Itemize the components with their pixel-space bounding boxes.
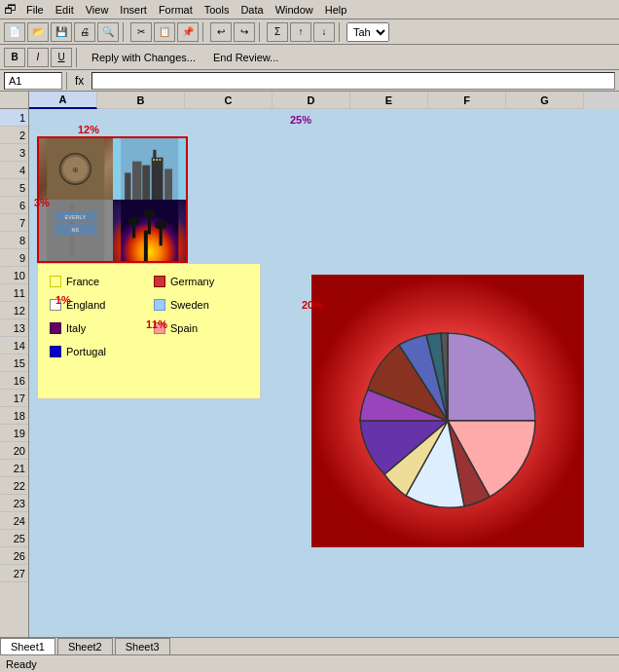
row-19[interactable]: 19	[0, 425, 28, 442]
row-23[interactable]: 23	[0, 495, 28, 512]
row-1[interactable]: 1	[0, 109, 28, 127]
svg-rect-10	[164, 169, 172, 201]
photo-bottom-right	[113, 200, 187, 261]
menu-help[interactable]: Help	[319, 2, 353, 18]
col-header-f[interactable]: F	[428, 92, 506, 109]
legend-germany: Germany	[154, 272, 248, 291]
underline-button[interactable]: U	[51, 48, 72, 67]
paste-button[interactable]: 📌	[177, 22, 199, 42]
row-17[interactable]: 17	[0, 390, 28, 407]
svg-rect-9	[151, 158, 163, 200]
end-review[interactable]: End Review...	[205, 52, 286, 63]
sep-3	[259, 22, 263, 42]
pct-20: 20%	[302, 299, 323, 311]
row-7[interactable]: 7	[0, 214, 28, 232]
menu-format[interactable]: Format	[153, 2, 199, 18]
row-16[interactable]: 16	[0, 372, 28, 390]
menu-file[interactable]: File	[20, 2, 50, 18]
row-10[interactable]: 10	[0, 267, 28, 284]
preview-button[interactable]: 🔍	[97, 22, 119, 42]
row-18[interactable]: 18	[0, 407, 28, 425]
status-text: Ready	[6, 658, 37, 670]
new-button[interactable]: 📄	[4, 22, 25, 42]
col-header-a[interactable]: A	[29, 92, 97, 109]
menu-window[interactable]: Window	[270, 2, 319, 18]
england-label: England	[66, 299, 105, 311]
sort-asc-button[interactable]: ↑	[290, 22, 311, 42]
svg-rect-14	[159, 159, 161, 161]
print-button[interactable]: 🖨	[74, 22, 95, 42]
menu-edit[interactable]: Edit	[50, 2, 80, 18]
cells-area[interactable]: ⊕	[29, 109, 619, 637]
row-6[interactable]: 6	[0, 197, 28, 214]
function-icon[interactable]: fx	[71, 74, 88, 88]
svg-rect-12	[153, 159, 155, 161]
menu-insert[interactable]: Insert	[114, 2, 153, 18]
row-12[interactable]: 12	[0, 302, 28, 319]
cell-reference[interactable]: A1	[4, 72, 62, 90]
menu-view[interactable]: View	[80, 2, 115, 18]
sheet-tab-2[interactable]: Sheet2	[57, 638, 113, 654]
row-9[interactable]: 9	[0, 249, 28, 267]
portugal-label: Portugal	[66, 346, 106, 357]
sheet-tab-1[interactable]: Sheet1	[0, 638, 55, 654]
col-header-b[interactable]: B	[97, 92, 185, 109]
row-26[interactable]: 26	[0, 547, 28, 565]
menu-data[interactable]: Data	[235, 2, 269, 18]
row-14[interactable]: 14	[0, 337, 28, 355]
row-27[interactable]: 27	[0, 565, 28, 582]
pct-12: 12%	[78, 124, 99, 135]
row-8[interactable]: 8	[0, 232, 28, 249]
row-15[interactable]: 15	[0, 355, 28, 372]
germany-swatch	[154, 276, 165, 287]
font-combo[interactable]: Tah	[346, 22, 389, 42]
pct-3: 3%	[34, 197, 50, 208]
open-button[interactable]: 📂	[27, 22, 49, 42]
row-13[interactable]: 13	[0, 319, 28, 337]
sum-button[interactable]: Σ	[267, 22, 288, 42]
italy-label: Italy	[66, 322, 86, 334]
app-window: 🗗 File Edit View Insert Format Tools Dat…	[0, 0, 619, 672]
row-21[interactable]: 21	[0, 460, 28, 477]
row-20[interactable]: 20	[0, 442, 28, 460]
copy-button[interactable]: 📋	[154, 22, 175, 42]
row-3[interactable]: 3	[0, 144, 28, 162]
sweden-swatch	[154, 299, 165, 311]
photo-overlay-3: EVERLY NS	[39, 200, 113, 261]
photo-overlay-4	[113, 200, 187, 261]
svg-rect-8	[142, 166, 150, 200]
row-numbers: 1 2 3 4 5 6 7 8 9 10 11 12 13 14 15 16 1…	[0, 109, 28, 582]
sort-desc-button[interactable]: ↓	[313, 22, 335, 42]
legend-box: France Germany England Sweden	[37, 263, 261, 399]
row-22[interactable]: 22	[0, 477, 28, 495]
col-header-e[interactable]: E	[350, 92, 428, 109]
spain-label: Spain	[170, 322, 198, 334]
spreadsheet-area: 1 2 3 4 5 6 7 8 9 10 11 12 13 14 15 16 1…	[0, 92, 619, 637]
redo-button[interactable]: ↪	[234, 22, 255, 42]
row-5[interactable]: 5	[0, 179, 28, 197]
italic-button[interactable]: I	[27, 48, 49, 67]
row-24[interactable]: 24	[0, 512, 28, 530]
save-button[interactable]: 💾	[51, 22, 72, 42]
row-2[interactable]: 2	[0, 127, 28, 144]
bold-button[interactable]: B	[4, 48, 25, 67]
sheet-tab-3[interactable]: Sheet3	[115, 638, 170, 654]
cut-button[interactable]: ✂	[130, 22, 152, 42]
col-header-d[interactable]: D	[273, 92, 350, 109]
row-4[interactable]: 4	[0, 162, 28, 179]
photo-overlay-2	[113, 138, 187, 200]
menu-tools[interactable]: Tools	[199, 2, 236, 18]
row-11[interactable]: 11	[0, 284, 28, 302]
row-25[interactable]: 25	[0, 530, 28, 547]
picture-element[interactable]: ⊕	[37, 136, 188, 263]
france-label: France	[66, 276, 99, 287]
formula-input[interactable]	[91, 72, 615, 90]
menu-bar: 🗗 File Edit View Insert Format Tools Dat…	[0, 0, 619, 19]
svg-rect-13	[156, 159, 158, 161]
undo-button[interactable]: ↩	[210, 22, 232, 42]
formula-bar: A1 fx	[0, 70, 619, 92]
col-header-c[interactable]: C	[185, 92, 273, 109]
germany-label: Germany	[170, 276, 214, 287]
reply-with-changes[interactable]: Reply with Changes...	[84, 52, 203, 63]
col-header-g[interactable]: G	[506, 92, 584, 109]
